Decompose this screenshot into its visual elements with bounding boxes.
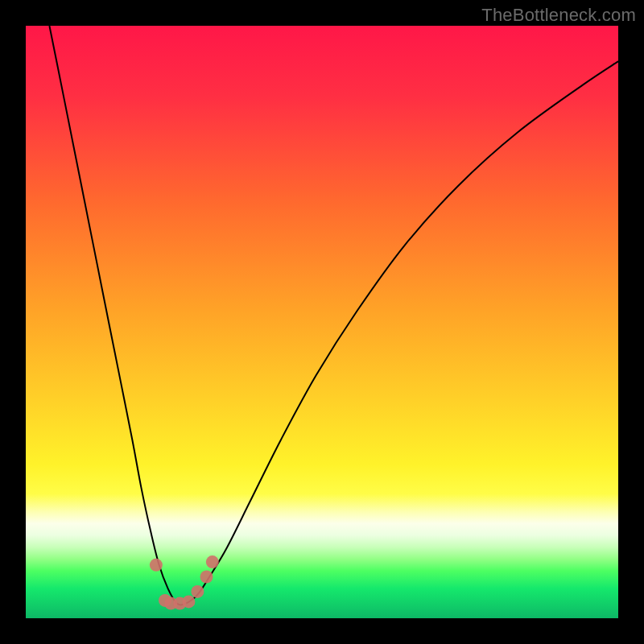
data-marker bbox=[182, 595, 195, 608]
bottleneck-curve bbox=[49, 26, 618, 605]
data-marker bbox=[191, 585, 204, 598]
watermark-text: TheBottleneck.com bbox=[481, 5, 636, 26]
data-marker bbox=[206, 555, 219, 568]
data-marker bbox=[200, 571, 213, 584]
chart-frame: TheBottleneck.com bbox=[0, 0, 644, 644]
curve-markers bbox=[150, 555, 219, 610]
plot-area bbox=[26, 26, 618, 618]
data-marker bbox=[150, 559, 163, 572]
chart-svg bbox=[26, 26, 618, 618]
